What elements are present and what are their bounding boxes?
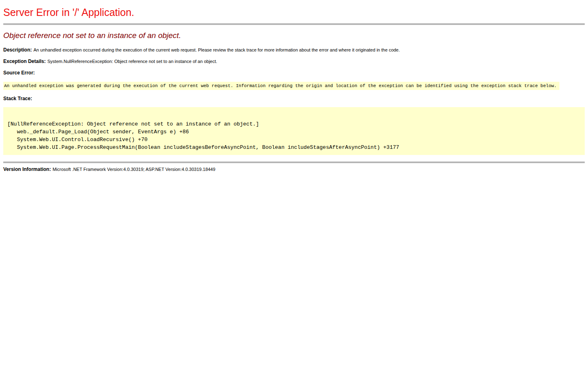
top-divider [3,23,585,25]
exception-details-text: System.NullReferenceException: Object re… [47,59,217,64]
source-error-label: Source Error: [3,70,585,76]
stack-trace-text: [NullReferenceException: Object referenc… [7,121,399,150]
error-subtitle: Object reference not set to an instance … [3,31,585,40]
version-information-text: Microsoft .NET Framework Version:4.0.303… [53,167,216,172]
version-information-label: Version Information: [3,166,51,172]
description-text: An unhandled exception occurred during t… [33,47,400,52]
stack-trace-label: Stack Trace: [3,96,585,101]
stack-trace-box: [NullReferenceException: Object referenc… [3,107,585,155]
bottom-divider [3,162,585,163]
error-page: Server Error in '/' Application. Object … [0,0,588,172]
description-label: Description: [3,47,32,53]
description-row: Description:An unhandled exception occur… [3,47,585,53]
exception-details-row: Exception Details:System.NullReferenceEx… [3,58,585,64]
version-information-row: Version Information:Microsoft .NET Frame… [3,166,585,172]
exception-details-label: Exception Details: [3,58,46,64]
page-title: Server Error in '/' Application. [3,7,585,18]
source-error-message: An unhandled exception was generated dur… [3,82,559,90]
